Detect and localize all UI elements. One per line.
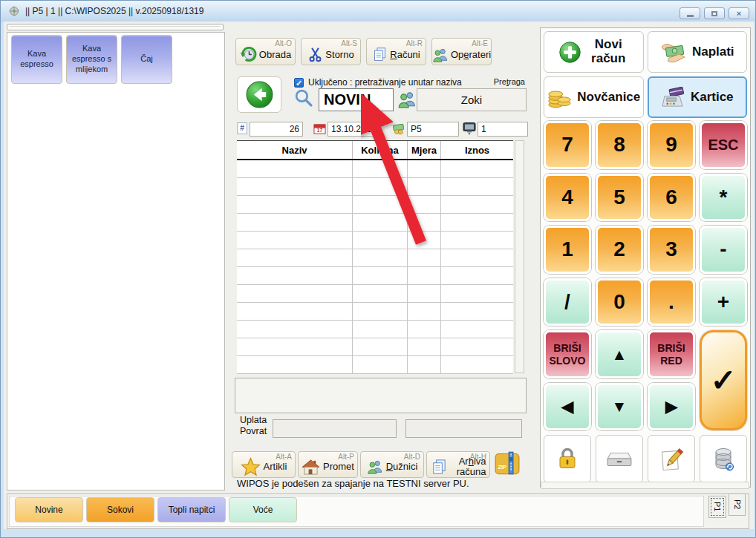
back-button[interactable]: [237, 76, 281, 113]
receipt-number-field[interactable]: 26: [250, 122, 303, 137]
key-brisi-red[interactable]: BRIŠI RED: [648, 330, 695, 378]
svg-text:#: #: [240, 124, 244, 132]
key-0[interactable]: 0: [596, 278, 643, 327]
key-arrow-right[interactable]: ▶: [648, 383, 695, 431]
category-button-voce[interactable]: Voće: [229, 497, 297, 522]
arhiva-racuna-button[interactable]: Alt-H Arhiva računa: [426, 451, 490, 478]
lock-button[interactable]: [544, 435, 591, 483]
table-cell: [237, 338, 353, 355]
table-cell: [237, 285, 353, 302]
app-window: || P5 | 1 || C:\WIPOS2025 || v.20250918/…: [0, 0, 756, 538]
table-cell: [237, 249, 353, 266]
table-row[interactable]: [237, 196, 513, 214]
device-field[interactable]: 1: [478, 122, 528, 137]
product-button-kava-espresso[interactable]: Kava espresso: [11, 35, 62, 84]
table-row[interactable]: [237, 338, 513, 356]
table-cell: [408, 178, 441, 195]
duznici-button[interactable]: Alt-D Dužnici: [360, 451, 424, 478]
pos-field[interactable]: P5: [407, 122, 459, 137]
key-esc[interactable]: ESC: [700, 121, 747, 169]
column-header-naziv[interactable]: Naziv: [237, 141, 353, 159]
product-button-caj[interactable]: Čaj: [121, 35, 172, 84]
minimize-button[interactable]: [680, 7, 700, 19]
novi-racun-button[interactable]: Novi račun: [544, 31, 644, 73]
table-cell: [353, 214, 408, 231]
key-divide[interactable]: /: [544, 278, 591, 327]
promet-button[interactable]: Alt-P Promet: [298, 451, 358, 478]
table-row[interactable]: [237, 356, 513, 374]
table-cell: [353, 249, 408, 266]
table-row[interactable]: [237, 267, 513, 285]
operateri-button[interactable]: Alt-E Operateri: [431, 38, 492, 65]
table-row[interactable]: [237, 214, 513, 232]
artikli-button[interactable]: Alt-A Artikli: [232, 451, 296, 478]
close-button[interactable]: ×: [729, 7, 749, 19]
key-minus[interactable]: -: [700, 226, 747, 274]
left-splitter-bar[interactable]: [7, 24, 224, 30]
cash-drawer-button[interactable]: [596, 435, 643, 483]
minimize-icon: [687, 15, 694, 17]
key-brisi-slovo[interactable]: BRIŠI SLOVO: [544, 330, 591, 378]
key-3[interactable]: 3: [648, 226, 695, 274]
column-header-mjera[interactable]: Mjera: [408, 141, 441, 159]
key-4[interactable]: 4: [544, 174, 591, 222]
database-button[interactable]: [700, 435, 747, 483]
table-row[interactable]: [237, 285, 513, 303]
product-button-kava-espresso-s-mlijekom[interactable]: Kava espresso s mlijekom: [66, 35, 117, 84]
page-tab-p1[interactable]: P1: [708, 496, 726, 518]
date-field[interactable]: 13.10.2025: [328, 122, 379, 137]
key-5[interactable]: 5: [596, 174, 643, 222]
key-plus[interactable]: +: [700, 278, 747, 327]
novcanice-button[interactable]: Novčanice: [544, 76, 644, 118]
uplata-field[interactable]: [273, 419, 397, 438]
titlebar: || P5 | 1 || C:\WIPOS2025 || v.20250918/…: [1, 1, 756, 22]
povrat-field[interactable]: [405, 419, 522, 438]
key-8[interactable]: 8: [596, 121, 643, 169]
key-dot[interactable]: .: [648, 278, 695, 327]
racuni-button[interactable]: Alt-R Računi: [366, 38, 426, 65]
table-cell: [353, 321, 408, 338]
key-1[interactable]: 1: [544, 226, 591, 274]
table-row[interactable]: [237, 160, 513, 178]
table-cell: [408, 303, 441, 320]
table-scroll-strip[interactable]: [515, 140, 524, 373]
search-input[interactable]: [319, 88, 394, 111]
column-header-kolicina[interactable]: Količina: [353, 141, 408, 159]
obrada-button[interactable]: Alt-O Obrada: [235, 38, 296, 65]
key-arrow-down[interactable]: ▼: [596, 383, 643, 431]
table-cell: [441, 232, 513, 249]
key-confirm[interactable]: ✓: [700, 330, 747, 430]
edit-button[interactable]: [648, 435, 695, 483]
key-7[interactable]: 7: [544, 121, 591, 169]
column-header-iznos[interactable]: Iznos: [441, 141, 513, 159]
page-tab-p2[interactable]: P2: [729, 493, 746, 516]
search-inside-name-checkbox[interactable]: ✓: [294, 78, 304, 88]
table-cell: [441, 285, 513, 302]
table-cell: [353, 196, 408, 213]
key-arrow-left[interactable]: ◀: [544, 383, 591, 431]
operator-field[interactable]: Zoki: [417, 88, 527, 111]
table-cell: [237, 303, 353, 320]
table-row[interactable]: [237, 178, 513, 196]
table-cell: [237, 160, 353, 177]
category-button-topli-napitci[interactable]: Topli napitci: [157, 497, 226, 522]
table-cell: [441, 178, 513, 195]
pencil-icon: [659, 447, 684, 472]
key-6[interactable]: 6: [648, 174, 695, 222]
naplati-button[interactable]: Naplati: [648, 31, 748, 73]
key-arrow-up[interactable]: ▲: [596, 330, 643, 378]
category-button-novine[interactable]: Novine: [15, 497, 83, 522]
zip-button[interactable]: ZIP: [495, 450, 520, 479]
table-cell: [441, 338, 513, 355]
key-multiply[interactable]: *: [700, 174, 747, 222]
storno-button[interactable]: Alt-S Storno: [301, 38, 361, 65]
maximize-button[interactable]: [704, 7, 725, 19]
table-row[interactable]: [237, 303, 513, 321]
table-row[interactable]: [237, 249, 513, 267]
key-9[interactable]: 9: [648, 121, 695, 169]
category-button-sokovi[interactable]: Sokovi: [86, 497, 154, 522]
key-2[interactable]: 2: [596, 226, 643, 274]
kartice-button[interactable]: Kartice: [648, 76, 748, 118]
table-row[interactable]: [237, 232, 513, 249]
table-row[interactable]: [237, 321, 513, 338]
